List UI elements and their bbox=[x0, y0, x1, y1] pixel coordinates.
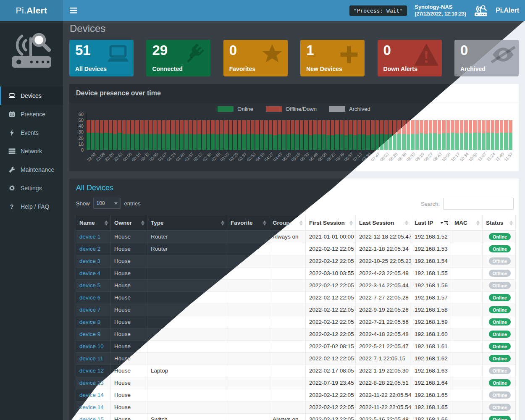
online-segment bbox=[397, 134, 401, 150]
offline-segment bbox=[180, 120, 184, 134]
device-link[interactable]: device 8 bbox=[79, 319, 100, 325]
cell-last-ip: 192.168.1.66 bbox=[411, 413, 451, 420]
device-link[interactable]: device 9 bbox=[79, 331, 100, 337]
offline-segment bbox=[486, 120, 490, 133]
sidebar-item-settings[interactable]: Settings bbox=[0, 179, 63, 197]
y-tick-label: 20 bbox=[72, 136, 84, 141]
cell-name: device 5 bbox=[76, 279, 111, 291]
device-link[interactable]: device 11 bbox=[79, 355, 103, 362]
presence-bar bbox=[451, 120, 454, 150]
cell-status: Online bbox=[483, 316, 516, 328]
sort-icon bbox=[105, 220, 108, 226]
card-all-devices[interactable]: 51All Devices bbox=[69, 40, 134, 76]
cell-owner: House bbox=[111, 291, 147, 304]
gear-icon bbox=[8, 184, 16, 192]
column-header-type[interactable]: Type bbox=[147, 215, 227, 231]
device-link[interactable]: device 3 bbox=[79, 258, 100, 264]
hamburger-icon[interactable] bbox=[70, 7, 79, 14]
cell-last-session: 2022-5-21 22:05.47 bbox=[356, 340, 411, 352]
offline-segment bbox=[424, 120, 428, 134]
legend-label: Archived bbox=[349, 106, 370, 112]
cell-last-session: 2022-8-28 22:05.51 bbox=[356, 377, 411, 389]
online-segment bbox=[295, 134, 299, 150]
online-segment bbox=[118, 133, 121, 150]
offline-segment bbox=[393, 120, 397, 134]
cell-favorite bbox=[227, 291, 269, 304]
sidebar-item-help-faq[interactable]: ?Help / FAQ bbox=[0, 197, 63, 216]
page-title: Devices bbox=[70, 23, 105, 34]
show-label: Show bbox=[76, 200, 90, 207]
online-segment bbox=[473, 133, 477, 150]
card-label: Connected bbox=[152, 66, 182, 72]
status-badge: Online bbox=[489, 233, 511, 240]
offline-segment bbox=[144, 120, 148, 134]
offline-segment bbox=[220, 120, 223, 134]
presence-bar bbox=[424, 120, 428, 150]
cell-status: Online bbox=[483, 377, 516, 389]
brand-logo[interactable]: Pi.Alert bbox=[0, 0, 63, 21]
sidebar-item-devices[interactable]: Devices bbox=[0, 87, 63, 105]
offline-segment bbox=[313, 120, 317, 134]
cell-owner: House bbox=[111, 304, 147, 316]
offline-segment bbox=[251, 120, 255, 134]
sidebar-item-network[interactable]: Network bbox=[0, 142, 63, 160]
offline-segment bbox=[207, 120, 210, 134]
offline-segment bbox=[166, 120, 170, 134]
status-badge: Offline bbox=[489, 404, 511, 411]
cell-last-session: 2022-7-21 22:05.56 bbox=[356, 316, 411, 328]
online-segment bbox=[149, 134, 152, 150]
legend-item-offline-down: Offline/Down bbox=[266, 106, 317, 112]
cell-name: device 6 bbox=[76, 291, 111, 304]
status-badge: Online bbox=[489, 331, 511, 338]
column-header-name[interactable]: Name bbox=[76, 215, 111, 231]
column-header-favorite[interactable]: Favorite bbox=[227, 215, 269, 231]
sidebar-item-presence[interactable]: Presence bbox=[0, 105, 63, 123]
device-link[interactable]: device 10 bbox=[79, 343, 104, 349]
card-value: 1 bbox=[306, 42, 314, 58]
card-down-alerts[interactable]: 0Down Alerts bbox=[378, 40, 442, 76]
device-link[interactable]: device 2 bbox=[79, 246, 100, 252]
cell-first-session: 2022-02-12 22:05 bbox=[306, 255, 356, 267]
card-new-devices[interactable]: 1New Devices bbox=[300, 40, 365, 76]
sidebar-item-maintenance[interactable]: Maintenance bbox=[0, 160, 63, 179]
card-label: Favorites bbox=[229, 66, 255, 72]
offline-segment bbox=[464, 120, 468, 133]
x-tick: 04:27 bbox=[264, 151, 273, 170]
x-tick: 03:53 bbox=[246, 151, 255, 170]
presence-bar bbox=[242, 120, 246, 150]
cell-group bbox=[269, 389, 306, 401]
cell-name: device 15 bbox=[76, 413, 111, 420]
device-link[interactable]: device 6 bbox=[79, 294, 100, 301]
device-link[interactable]: device 1 bbox=[79, 234, 100, 240]
device-link[interactable]: device 12 bbox=[79, 368, 104, 374]
offline-segment bbox=[357, 120, 361, 134]
presence-bar bbox=[429, 120, 433, 150]
sidebar-item-events[interactable]: Events bbox=[0, 123, 63, 142]
cell-type bbox=[147, 267, 227, 279]
card-value: 0 bbox=[229, 42, 237, 58]
cell-status: Offline bbox=[483, 365, 516, 377]
device-link[interactable]: device 7 bbox=[79, 307, 100, 313]
cell-first-session: 2022-02-12 22:05 bbox=[306, 316, 356, 328]
device-link[interactable]: device 5 bbox=[79, 282, 100, 289]
online-segment bbox=[144, 134, 148, 150]
entries-select[interactable]: 100 bbox=[93, 198, 121, 209]
cell-last-ip: 192.168.1.60 bbox=[411, 328, 451, 340]
navbar-right: "Process: Wait" Synology-NAS (27/12/2022… bbox=[349, 4, 519, 17]
cell-first-session: 2022-02-12 22:05 bbox=[306, 243, 356, 255]
online-segment bbox=[326, 135, 330, 150]
cell-mac bbox=[451, 328, 483, 340]
cell-type bbox=[147, 352, 227, 365]
presence-bar bbox=[260, 120, 264, 150]
offline-segment bbox=[384, 120, 388, 134]
presence-bar bbox=[158, 120, 161, 150]
card-connected[interactable]: 29Connected bbox=[146, 40, 210, 76]
cell-mac bbox=[451, 413, 483, 420]
device-link[interactable]: device 4 bbox=[79, 270, 100, 276]
column-header-owner[interactable]: Owner bbox=[111, 215, 147, 231]
offline-segment bbox=[375, 120, 379, 134]
presence-bar bbox=[340, 120, 344, 150]
status-badge: Online bbox=[489, 379, 511, 386]
legend-label: Online bbox=[237, 106, 253, 112]
card-favorites[interactable]: 0Favorites bbox=[223, 40, 288, 76]
